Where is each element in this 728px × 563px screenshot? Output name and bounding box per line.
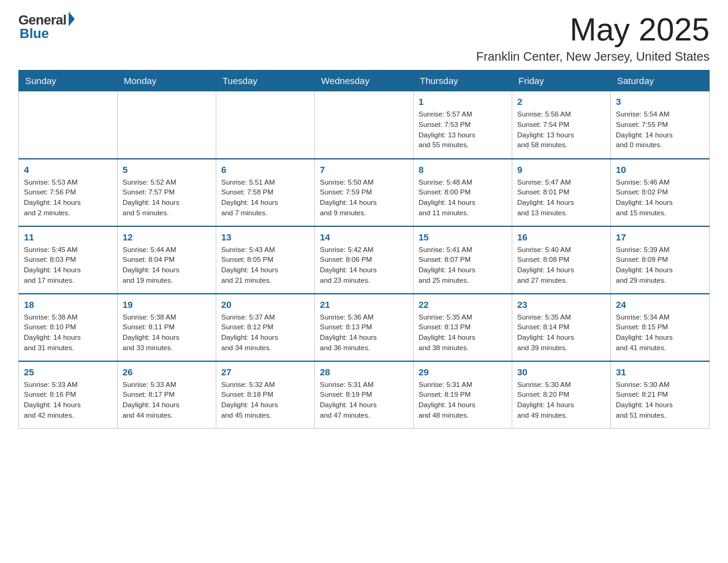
day-number: 1 (419, 95, 507, 108)
calendar-cell: 5Sunrise: 5:52 AM Sunset: 7:57 PM Daylig… (118, 159, 216, 226)
calendar-week-row: 11Sunrise: 5:45 AM Sunset: 8:03 PM Dayli… (19, 226, 710, 294)
logo-blue-text: Blue (20, 26, 49, 42)
day-number: 16 (517, 231, 605, 243)
day-info: Sunrise: 5:43 AM Sunset: 8:05 PM Dayligh… (221, 245, 309, 286)
day-number: 9 (517, 163, 605, 176)
day-number: 17 (616, 231, 704, 243)
day-info: Sunrise: 5:30 AM Sunset: 8:21 PM Dayligh… (616, 380, 704, 421)
month-year-title: May 2025 (476, 12, 710, 47)
day-number: 15 (419, 231, 507, 243)
calendar-cell: 4Sunrise: 5:53 AM Sunset: 7:56 PM Daylig… (19, 159, 118, 226)
day-info: Sunrise: 5:36 AM Sunset: 8:13 PM Dayligh… (320, 312, 408, 353)
day-number: 2 (517, 95, 605, 108)
day-info: Sunrise: 5:48 AM Sunset: 8:00 PM Dayligh… (419, 177, 507, 218)
calendar-cell: 28Sunrise: 5:31 AM Sunset: 8:19 PM Dayli… (315, 361, 414, 429)
day-info: Sunrise: 5:37 AM Sunset: 8:12 PM Dayligh… (221, 312, 309, 353)
day-number: 29 (419, 366, 507, 378)
day-info: Sunrise: 5:38 AM Sunset: 8:11 PM Dayligh… (123, 312, 211, 353)
calendar-cell: 2Sunrise: 5:56 AM Sunset: 7:54 PM Daylig… (512, 91, 611, 159)
day-number: 21 (320, 298, 408, 311)
day-number: 24 (616, 298, 704, 311)
calendar-cell (118, 91, 216, 159)
day-number: 19 (123, 298, 211, 311)
day-info: Sunrise: 5:31 AM Sunset: 8:19 PM Dayligh… (320, 380, 408, 421)
day-info: Sunrise: 5:42 AM Sunset: 8:06 PM Dayligh… (320, 245, 408, 286)
title-section: May 2025 Franklin Center, New Jersey, Un… (476, 12, 710, 64)
day-number: 28 (320, 366, 408, 378)
calendar-cell (315, 91, 414, 159)
calendar-cell: 24Sunrise: 5:34 AM Sunset: 8:15 PM Dayli… (611, 294, 710, 361)
calendar-cell (19, 91, 118, 159)
logo: General Blue (18, 12, 75, 42)
col-header-thursday: Thursday (414, 71, 512, 91)
calendar-table: SundayMondayTuesdayWednesdayThursdayFrid… (18, 70, 710, 429)
col-header-monday: Monday (118, 71, 216, 91)
day-info: Sunrise: 5:56 AM Sunset: 7:54 PM Dayligh… (517, 109, 605, 150)
day-number: 23 (517, 298, 605, 311)
calendar-cell: 15Sunrise: 5:41 AM Sunset: 8:07 PM Dayli… (414, 226, 512, 294)
day-number: 8 (419, 163, 507, 176)
day-number: 26 (123, 366, 211, 378)
day-number: 14 (320, 231, 408, 243)
calendar-cell: 19Sunrise: 5:38 AM Sunset: 8:11 PM Dayli… (118, 294, 216, 361)
col-header-tuesday: Tuesday (216, 71, 315, 91)
day-number: 30 (517, 366, 605, 378)
day-info: Sunrise: 5:38 AM Sunset: 8:10 PM Dayligh… (24, 312, 112, 353)
day-info: Sunrise: 5:53 AM Sunset: 7:56 PM Dayligh… (24, 177, 112, 218)
calendar-cell: 25Sunrise: 5:33 AM Sunset: 8:16 PM Dayli… (19, 361, 118, 429)
day-number: 25 (24, 366, 112, 378)
day-info: Sunrise: 5:54 AM Sunset: 7:55 PM Dayligh… (616, 109, 704, 150)
col-header-friday: Friday (512, 71, 611, 91)
calendar-cell: 7Sunrise: 5:50 AM Sunset: 7:59 PM Daylig… (315, 159, 414, 226)
calendar-cell: 17Sunrise: 5:39 AM Sunset: 8:09 PM Dayli… (611, 226, 710, 294)
day-number: 7 (320, 163, 408, 176)
day-number: 13 (221, 231, 309, 243)
calendar-cell: 18Sunrise: 5:38 AM Sunset: 8:10 PM Dayli… (19, 294, 118, 361)
day-info: Sunrise: 5:33 AM Sunset: 8:17 PM Dayligh… (123, 380, 211, 421)
day-number: 18 (24, 298, 112, 311)
day-info: Sunrise: 5:47 AM Sunset: 8:01 PM Dayligh… (517, 177, 605, 218)
day-number: 10 (616, 163, 704, 176)
day-info: Sunrise: 5:39 AM Sunset: 8:09 PM Dayligh… (616, 245, 704, 286)
calendar-week-row: 4Sunrise: 5:53 AM Sunset: 7:56 PM Daylig… (19, 159, 710, 226)
day-info: Sunrise: 5:45 AM Sunset: 8:03 PM Dayligh… (24, 245, 112, 286)
day-info: Sunrise: 5:41 AM Sunset: 8:07 PM Dayligh… (419, 245, 507, 286)
calendar-cell: 20Sunrise: 5:37 AM Sunset: 8:12 PM Dayli… (216, 294, 315, 361)
col-header-sunday: Sunday (19, 71, 118, 91)
day-info: Sunrise: 5:31 AM Sunset: 8:19 PM Dayligh… (419, 380, 507, 421)
day-number: 6 (221, 163, 309, 176)
day-info: Sunrise: 5:44 AM Sunset: 8:04 PM Dayligh… (123, 245, 211, 286)
day-info: Sunrise: 5:57 AM Sunset: 7:53 PM Dayligh… (419, 109, 507, 150)
day-number: 3 (616, 95, 704, 108)
calendar-week-row: 18Sunrise: 5:38 AM Sunset: 8:10 PM Dayli… (19, 294, 710, 361)
calendar-cell: 23Sunrise: 5:35 AM Sunset: 8:14 PM Dayli… (512, 294, 611, 361)
calendar-cell: 16Sunrise: 5:40 AM Sunset: 8:08 PM Dayli… (512, 226, 611, 294)
day-info: Sunrise: 5:35 AM Sunset: 8:14 PM Dayligh… (517, 312, 605, 353)
day-info: Sunrise: 5:50 AM Sunset: 7:59 PM Dayligh… (320, 177, 408, 218)
col-header-wednesday: Wednesday (315, 71, 414, 91)
day-number: 31 (616, 366, 704, 378)
calendar-cell (216, 91, 315, 159)
calendar-cell: 8Sunrise: 5:48 AM Sunset: 8:00 PM Daylig… (414, 159, 512, 226)
day-info: Sunrise: 5:40 AM Sunset: 8:08 PM Dayligh… (517, 245, 605, 286)
day-number: 4 (24, 163, 112, 176)
calendar-cell: 10Sunrise: 5:46 AM Sunset: 8:02 PM Dayli… (611, 159, 710, 226)
day-number: 27 (221, 366, 309, 378)
calendar-week-row: 25Sunrise: 5:33 AM Sunset: 8:16 PM Dayli… (19, 361, 710, 429)
calendar-cell: 14Sunrise: 5:42 AM Sunset: 8:06 PM Dayli… (315, 226, 414, 294)
calendar-week-row: 1Sunrise: 5:57 AM Sunset: 7:53 PM Daylig… (19, 91, 710, 159)
col-header-saturday: Saturday (611, 71, 710, 91)
day-number: 5 (123, 163, 211, 176)
calendar-cell: 9Sunrise: 5:47 AM Sunset: 8:01 PM Daylig… (512, 159, 611, 226)
calendar-cell: 29Sunrise: 5:31 AM Sunset: 8:19 PM Dayli… (414, 361, 512, 429)
day-number: 22 (419, 298, 507, 311)
calendar-cell: 1Sunrise: 5:57 AM Sunset: 7:53 PM Daylig… (414, 91, 512, 159)
day-number: 20 (221, 298, 309, 311)
day-info: Sunrise: 5:32 AM Sunset: 8:18 PM Dayligh… (221, 380, 309, 421)
calendar-cell: 13Sunrise: 5:43 AM Sunset: 8:05 PM Dayli… (216, 226, 315, 294)
day-info: Sunrise: 5:34 AM Sunset: 8:15 PM Dayligh… (616, 312, 704, 353)
day-info: Sunrise: 5:51 AM Sunset: 7:58 PM Dayligh… (221, 177, 309, 218)
calendar-cell: 21Sunrise: 5:36 AM Sunset: 8:13 PM Dayli… (315, 294, 414, 361)
location-subtitle: Franklin Center, New Jersey, United Stat… (476, 50, 710, 64)
day-number: 11 (24, 231, 112, 243)
